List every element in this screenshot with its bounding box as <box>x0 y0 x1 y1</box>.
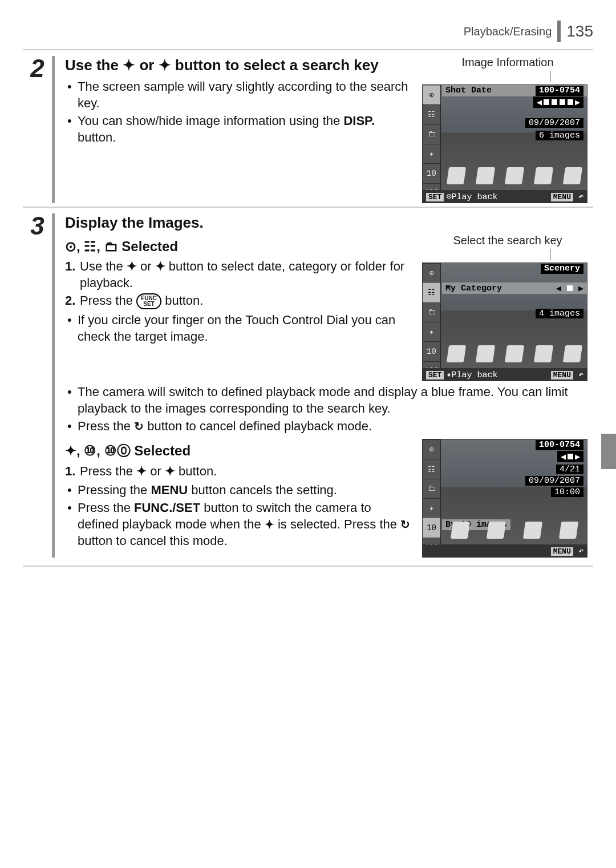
disp-label: DISP. <box>343 114 375 128</box>
t: Use the <box>80 259 127 273</box>
set-badge: SET <box>426 193 444 201</box>
jump-100-icon: ⑩⓪ <box>104 443 131 458</box>
lcd-screenshot-1: ⊙ ☷ 🗀 ✦ 10 100 Shot Date 100-0754 ◀▶ 09/… <box>422 84 587 203</box>
lcd-scenery: Scenery <box>541 264 583 274</box>
step-3: 3 Display the Images. ⊙, ☷, 🗀 Selected 1… <box>23 207 593 558</box>
step2-title: Use the ✦ or ✦ button to select a search… <box>65 56 411 75</box>
left-arrow-icon: ✦ <box>136 463 147 479</box>
up-arrow-icon: ✦ <box>123 56 135 75</box>
step3a-item: 2. Press the FUNCSET button. <box>65 292 411 309</box>
down-arrow-icon: ✦ <box>159 56 171 75</box>
func-set-label: FUNC./SET <box>134 500 200 515</box>
t: Use the <box>65 56 123 74</box>
select-key-label: Select the search key <box>422 234 593 247</box>
step3b-item: 1. Press the ✦ or ✦ button. <box>65 463 411 479</box>
t: button to cancel this mode. <box>78 534 228 548</box>
t: Press the <box>78 419 134 433</box>
step-2: 2 Use the ✦ or ✦ button to select a sear… <box>23 49 593 203</box>
jump-date-icon: ⊙ <box>423 263 440 282</box>
step-number: 3 <box>23 213 55 558</box>
func-set-button-icon: FUNCSET <box>136 293 161 309</box>
menu-badge: MENU <box>551 193 573 201</box>
t: button. <box>165 293 203 308</box>
t: button. <box>175 464 217 478</box>
step3a-bullet: The camera will switch to defined playba… <box>65 383 593 417</box>
t: button to select a search key <box>171 56 379 74</box>
t: Press the <box>80 464 136 478</box>
lcd-fraction: 4/21 <box>556 465 583 474</box>
jump-date-icon: ⊙ <box>65 239 76 254</box>
menu-label: MENU <box>151 483 188 497</box>
jump-folder-icon: 🗀 <box>423 124 440 144</box>
jump-10-icon: 10 <box>423 518 440 537</box>
jump-cancel-icon: ↻ <box>134 420 144 433</box>
step3-title: Display the Images. <box>65 213 411 232</box>
step3-sub-a: ⊙, ☷, 🗀 Selected <box>65 237 411 256</box>
t: Selected <box>134 443 191 458</box>
jump-movie-icon: ✦ <box>423 498 440 518</box>
step2-bullet: You can show/hide image information usin… <box>65 112 411 146</box>
jump-folder-icon: 🗀 <box>423 479 440 498</box>
lcd-bottom-left: SET⊙Play back <box>426 191 497 202</box>
t: Press the <box>78 500 134 515</box>
lcd-bottom-left: SET✦Play back <box>426 369 497 380</box>
t: is selected. Press the <box>274 517 400 531</box>
step-number: 2 <box>23 56 55 203</box>
callout-line <box>465 249 550 260</box>
jump-category-icon: ☷ <box>423 282 440 302</box>
jump-folder-icon: 🗀 <box>423 302 440 322</box>
step2-bullet: The screen sample will vary slightly acc… <box>65 78 411 111</box>
jump-date-icon: ⊙ <box>423 85 440 104</box>
set-badge: SET <box>426 371 444 380</box>
t: button cancels the setting. <box>188 483 337 497</box>
callout-line <box>465 71 550 82</box>
step3a-item: 1. Use the ✦ or ✦ button to select date,… <box>65 258 411 291</box>
jump-10-icon: 10 <box>423 163 440 183</box>
lcd-shot-date: Shot Date <box>445 86 492 96</box>
t: You can show/hide image information usin… <box>78 114 343 128</box>
step3-sub-b: ✦, ⑩, ⑩⓪ Selected <box>65 441 411 461</box>
jump-category-icon: ☷ <box>84 239 96 254</box>
jump-10-icon: 10 <box>423 341 440 361</box>
lcd-file-number: 100-0754 <box>536 440 583 450</box>
jump-movie-icon: ✦ <box>65 443 76 458</box>
lcd-nav-arrows: ◀▶ <box>533 96 583 108</box>
lcd-date: 09/09/2007 <box>525 476 583 486</box>
jump-cancel-icon: ↻ <box>400 518 410 531</box>
step3a-bullet: Press the ↻ button to cancel defined pla… <box>65 418 593 434</box>
lcd-bottom-right: MENU ↶ <box>549 546 583 556</box>
page-number: 135 <box>566 22 593 41</box>
t: button to cancel defined playback mode. <box>147 419 372 433</box>
lcd-file-number: 100-0754 <box>536 86 583 96</box>
jump-movie-icon: ✦ <box>265 518 274 531</box>
lcd-screenshot-3: ⊙ ☷ 🗀 ✦ 10 100 100-0754 ◀ ▶ 4/21 09/09/2… <box>422 439 587 558</box>
lcd-my-category: My Category ◀ ▶ <box>442 282 587 294</box>
menu-badge: MENU <box>551 547 573 556</box>
t: Play back <box>451 370 497 380</box>
t: Pressing the <box>78 483 151 497</box>
t: or <box>137 259 155 273</box>
lcd-bottom-right: MENU ↶ <box>549 191 583 202</box>
jump-date-icon: ⊙ <box>423 439 440 459</box>
lcd-bottom-right: MENU ↶ <box>549 369 583 380</box>
jump-category-icon: ☷ <box>423 459 440 478</box>
step3b-bullet: Pressing the MENU button cancels the set… <box>65 482 411 498</box>
page-header: Playback/Erasing 135 <box>23 17 593 46</box>
t: Press the <box>80 293 136 308</box>
right-arrow-icon: ✦ <box>155 258 165 274</box>
section-name: Playback/Erasing <box>464 25 552 38</box>
t: Selected <box>121 239 178 254</box>
thumb-tab <box>601 434 616 469</box>
menu-badge: MENU <box>551 371 573 380</box>
t: button. <box>78 130 116 144</box>
t: or <box>147 464 165 478</box>
jump-movie-icon: ✦ <box>423 322 440 341</box>
jump-folder-icon: 🗀 <box>104 239 118 254</box>
jump-category-icon: ☷ <box>423 104 440 124</box>
lcd-date: 09/09/2007 <box>525 118 583 128</box>
header-divider <box>557 21 561 42</box>
left-arrow-icon: ✦ <box>127 258 137 274</box>
right-arrow-icon: ✦ <box>165 463 175 479</box>
t: Play back <box>451 192 497 202</box>
t: or <box>135 56 158 74</box>
